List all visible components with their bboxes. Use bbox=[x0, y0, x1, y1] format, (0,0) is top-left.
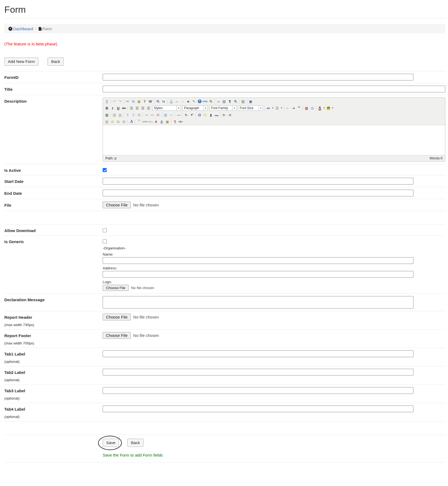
underline-icon[interactable]: U bbox=[115, 105, 121, 111]
delete-column-icon[interactable]: ⊞ bbox=[155, 112, 161, 118]
move-backward-icon[interactable]: ⧉ bbox=[115, 119, 121, 124]
horizontal-rule-icon[interactable]: — bbox=[176, 112, 182, 118]
insert-time-icon[interactable]: ◷ bbox=[309, 105, 315, 111]
allow-download-checkbox[interactable] bbox=[103, 228, 107, 232]
back-button-bottom[interactable]: Back bbox=[127, 439, 143, 447]
declaration-textarea[interactable] bbox=[103, 296, 413, 309]
anchor-icon[interactable]: ⚓ bbox=[168, 99, 174, 104]
cleanup-code-icon[interactable]: ✎ bbox=[191, 99, 197, 104]
organisation-name-input[interactable] bbox=[103, 257, 413, 264]
highlight-color-icon[interactable]: ab bbox=[326, 105, 331, 111]
editor-content-area[interactable] bbox=[103, 125, 445, 155]
align-center-icon[interactable]: ☰ bbox=[134, 105, 140, 111]
insert-column-after-icon[interactable]: ↦ bbox=[149, 112, 155, 118]
report-header-choose-button[interactable]: Choose File bbox=[103, 314, 131, 320]
attributes-icon[interactable]: ▣ bbox=[165, 119, 170, 124]
superscript-icon[interactable]: x² bbox=[189, 112, 195, 118]
align-right-icon[interactable]: ☰ bbox=[140, 105, 146, 111]
acronym-icon[interactable]: A.B.C bbox=[148, 119, 153, 124]
preview-template-icon[interactable]: ⚲ bbox=[208, 99, 214, 104]
special-character-icon[interactable]: Ω bbox=[197, 112, 202, 118]
title-input[interactable] bbox=[103, 86, 445, 92]
insert-image-icon[interactable]: ♣ bbox=[185, 99, 191, 104]
numbered-list-arrow-icon[interactable]: ▾ bbox=[280, 105, 283, 111]
blockquote-icon[interactable]: “ bbox=[296, 105, 302, 111]
file-choose-button[interactable]: Choose File bbox=[103, 202, 131, 208]
paste-icon[interactable]: ▣ bbox=[136, 99, 142, 104]
tab4-input[interactable] bbox=[103, 405, 413, 412]
start-date-input[interactable] bbox=[103, 178, 413, 185]
copy-icon[interactable]: ⧉ bbox=[131, 99, 136, 104]
end-date-input[interactable] bbox=[103, 190, 413, 196]
citation-icon[interactable]: ” bbox=[136, 119, 142, 124]
bullet-list-arrow-icon[interactable]: ▾ bbox=[271, 105, 274, 111]
tab3-input[interactable] bbox=[103, 387, 413, 394]
cut-icon[interactable]: ✂ bbox=[125, 99, 131, 104]
save-button[interactable]: Save bbox=[103, 439, 119, 447]
back-button-top[interactable]: Back bbox=[48, 58, 63, 66]
find-icon[interactable]: ⚲ bbox=[155, 99, 161, 104]
show-blocks-icon[interactable]: ¶ bbox=[227, 99, 233, 104]
table-cell-properties-icon[interactable]: ▥ bbox=[117, 112, 123, 118]
split-cells-icon[interactable]: ▦ bbox=[163, 112, 168, 118]
paste-from-word-icon[interactable]: W bbox=[148, 99, 153, 104]
text-color-arrow-icon[interactable]: ▾ bbox=[323, 105, 326, 111]
fullscreen-icon[interactable]: ▣ bbox=[248, 99, 253, 104]
highlight-color-arrow-icon[interactable]: ▾ bbox=[331, 105, 334, 111]
strikethrough-icon[interactable]: ABC bbox=[121, 105, 127, 111]
absolute-position-icon[interactable]: ⊞ bbox=[121, 119, 127, 124]
delete-row-icon[interactable]: ⊟ bbox=[136, 112, 142, 118]
visual-characters-icon[interactable]: ¶ bbox=[172, 119, 178, 124]
add-new-form-button[interactable]: Add New Form bbox=[4, 58, 38, 66]
is-active-checkbox[interactable] bbox=[103, 168, 107, 172]
help-icon[interactable]: ? bbox=[197, 99, 202, 104]
paste-as-text-icon[interactable]: T bbox=[142, 99, 148, 104]
numbered-list-icon[interactable]: ☰ bbox=[274, 105, 280, 111]
insert-date-icon[interactable]: ▦ bbox=[304, 105, 309, 111]
insert-row-after-icon[interactable]: ↧ bbox=[131, 112, 136, 118]
emoticons-icon[interactable]: ☺ bbox=[202, 112, 208, 118]
insert-row-before-icon[interactable]: ↥ bbox=[125, 112, 131, 118]
page-break-icon[interactable]: ╫ bbox=[178, 119, 183, 124]
tab2-input[interactable] bbox=[103, 369, 413, 376]
styles-select[interactable]: Styles▾ bbox=[152, 105, 181, 111]
insert-link-icon[interactable]: ∞ bbox=[174, 99, 180, 104]
edit-table-icon[interactable]: ▦ bbox=[104, 112, 110, 118]
find-replace-icon[interactable]: ⇆ bbox=[161, 99, 166, 104]
eraser-icon[interactable]: ▰ bbox=[216, 99, 221, 104]
bullet-list-icon[interactable]: ≔ bbox=[266, 105, 271, 111]
paragraph-select[interactable]: Paragraph▾ bbox=[182, 105, 208, 111]
tab1-input[interactable] bbox=[103, 350, 413, 357]
indent-icon[interactable]: ⇥ bbox=[290, 105, 296, 111]
abbreviation-icon[interactable]: ABBR bbox=[142, 119, 148, 124]
organisation-logo-choose-button[interactable]: Choose File bbox=[103, 285, 129, 291]
font-family-select[interactable]: Font Family▾ bbox=[209, 105, 236, 111]
insert-layer-icon[interactable]: ▧ bbox=[104, 119, 110, 124]
outdent-icon[interactable]: ⇤ bbox=[285, 105, 290, 111]
align-justify-icon[interactable]: ☰ bbox=[146, 105, 151, 111]
subscript-icon[interactable]: x₂ bbox=[183, 112, 189, 118]
is-generic-checkbox[interactable] bbox=[103, 239, 107, 243]
bold-icon[interactable]: B bbox=[104, 105, 110, 111]
rtl-direction-icon[interactable]: ⊲ bbox=[227, 112, 233, 118]
deleted-text-icon[interactable]: A bbox=[153, 119, 159, 124]
report-footer-choose-button[interactable]: Choose File bbox=[103, 332, 131, 339]
merge-cells-icon[interactable]: ▭ bbox=[168, 112, 174, 118]
font-size-select[interactable]: Font Size▾ bbox=[238, 105, 263, 111]
breadcrumb-dashboard-link[interactable]: Dashboard bbox=[8, 26, 33, 31]
text-color-icon[interactable]: A bbox=[317, 105, 323, 111]
ltr-direction-icon[interactable]: ⊳ bbox=[221, 112, 227, 118]
advanced-hr-icon[interactable]: ▬ bbox=[214, 112, 219, 118]
italic-icon[interactable]: I bbox=[110, 105, 115, 111]
edit-html-source-icon[interactable]: HTML bbox=[202, 99, 208, 104]
inserted-text-icon[interactable]: A bbox=[159, 119, 165, 124]
insert-column-before-icon[interactable]: ↤ bbox=[144, 112, 149, 118]
style-properties-icon[interactable]: A bbox=[129, 119, 134, 124]
organisation-address-input[interactable] bbox=[103, 271, 413, 278]
redo-icon[interactable]: ↷ bbox=[117, 99, 123, 104]
table-row-properties-icon[interactable]: ▤ bbox=[112, 112, 117, 118]
insert-table-grid-icon[interactable]: ▦ bbox=[221, 99, 227, 104]
print-icon[interactable]: ▤ bbox=[240, 99, 246, 104]
insert-media-icon[interactable]: ▮ bbox=[208, 112, 214, 118]
new-document-icon[interactable]: ▯ bbox=[104, 99, 110, 104]
